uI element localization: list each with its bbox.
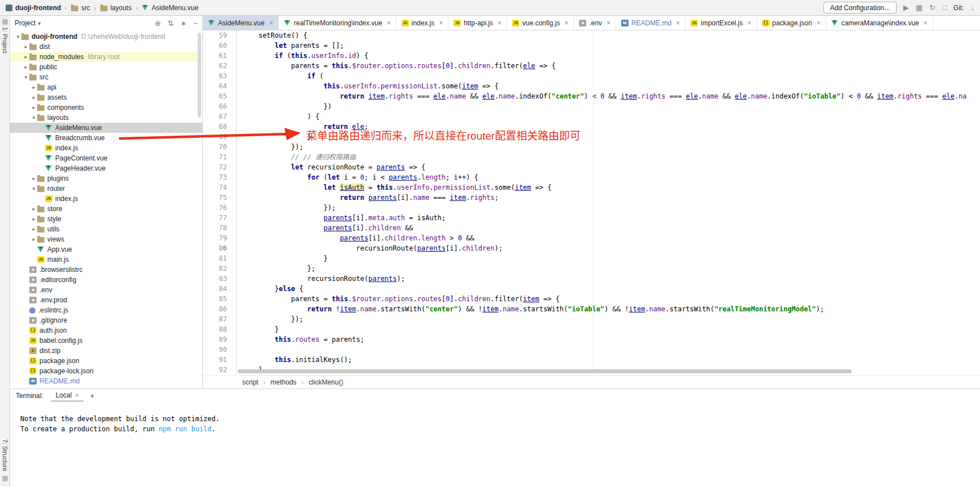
code-line[interactable]: if ( xyxy=(242,71,980,81)
titlebar-breadcrumb-item[interactable]: src xyxy=(71,4,90,12)
code-line[interactable]: for (let i = 0; i < parents.length; i++)… xyxy=(242,172,980,182)
close-icon[interactable] xyxy=(924,19,928,27)
code-line[interactable]: parents[i].children.length > 0 && xyxy=(242,233,980,243)
gutter-line-number[interactable]: 79 xyxy=(203,233,227,243)
chevron-collapsed-icon[interactable] xyxy=(30,206,37,212)
new-terminal-icon[interactable]: + xyxy=(90,391,95,400)
editor-tab[interactable]: cameraManage\index.vue xyxy=(826,16,933,30)
chevron-collapsed-icon[interactable] xyxy=(30,216,37,222)
gutter-line-number[interactable]: 63 xyxy=(203,71,227,81)
tree-item[interactable]: .editorconfig xyxy=(10,275,202,285)
gutter-line-number[interactable]: 64 xyxy=(203,81,227,91)
code-line[interactable]: let isAuth = this.userInfo.permissionLis… xyxy=(242,182,980,193)
close-icon[interactable] xyxy=(75,392,78,399)
code-line[interactable]: }else { xyxy=(242,284,980,294)
chevron-expanded-icon[interactable] xyxy=(30,115,37,120)
gutter-line-number[interactable]: 74 xyxy=(203,182,227,193)
gutter-line-number[interactable]: 72 xyxy=(203,162,227,172)
tree-item[interactable]: node_moduleslibrary root xyxy=(10,52,202,62)
recursive-call-icon[interactable] xyxy=(222,243,226,253)
chevron-collapsed-icon[interactable] xyxy=(23,64,29,70)
gutter-line-number[interactable]: 84 xyxy=(203,284,227,294)
editor-breadcrumb-item[interactable]: script xyxy=(242,378,259,386)
gutter-line-number[interactable]: 66 xyxy=(203,101,227,111)
editor-tab[interactable]: importExcel.js xyxy=(685,16,757,30)
tree-item[interactable]: duoji-frontendD:\zheheWeb\duoji-frontend xyxy=(10,32,202,42)
code-line[interactable]: }); xyxy=(242,142,980,152)
git-update-icon[interactable]: ↓ xyxy=(971,4,975,11)
terminal-tab-local[interactable]: Local xyxy=(51,390,83,402)
tree-item[interactable]: README.md xyxy=(10,376,202,386)
code-editor[interactable]: 5960616263646566676869707172737475767778… xyxy=(203,30,980,375)
tree-item[interactable]: assets xyxy=(10,92,202,102)
close-icon[interactable] xyxy=(564,19,568,27)
gutter-line-number[interactable]: 59 xyxy=(203,30,227,41)
tree-item[interactable]: plugins xyxy=(10,173,202,184)
code-line[interactable]: parents = this.$router.options.routes[0]… xyxy=(242,294,980,304)
editor-tab[interactable]: package.json xyxy=(757,16,826,30)
close-icon[interactable] xyxy=(607,19,611,27)
code-line[interactable]: return item.rights === ele.name && ele.n… xyxy=(242,91,980,101)
gutter-line-number[interactable]: 78 xyxy=(203,223,227,233)
code-line[interactable]: recursionRoute(parents[i].children); xyxy=(242,243,980,253)
chevron-collapsed-icon[interactable] xyxy=(23,54,29,60)
editor-tab[interactable]: realTimeMonitoring\index.vue xyxy=(279,16,397,30)
chevron-collapsed-icon[interactable] xyxy=(30,84,37,90)
code-line[interactable]: return parents[i].name === item.rights; xyxy=(242,193,980,203)
chevron-expanded-icon[interactable] xyxy=(30,186,37,191)
gutter-line-number[interactable]: 89 xyxy=(203,334,227,345)
tree-item[interactable]: .env xyxy=(10,285,202,295)
tree-item[interactable]: api xyxy=(10,82,202,92)
gutter-line-number[interactable]: 65 xyxy=(203,91,227,101)
gutter-line-number[interactable]: 76 xyxy=(203,203,227,213)
code-line[interactable] xyxy=(242,345,980,355)
code-line[interactable]: if (this.userInfo.id) { xyxy=(242,51,980,61)
code-line[interactable]: } xyxy=(242,253,980,263)
gutter-line-number[interactable]: 67 xyxy=(203,111,227,122)
tree-item[interactable]: babel.config.js xyxy=(10,336,202,346)
code-line[interactable]: }) xyxy=(242,101,980,111)
tree-item[interactable]: package-lock.json xyxy=(10,366,202,376)
titlebar-breadcrumb-item[interactable]: AsideMenu.vue xyxy=(141,4,198,12)
editor-tab[interactable]: index.js xyxy=(397,16,449,30)
code-line[interactable]: let parents = []; xyxy=(242,41,980,51)
gutter-line-number[interactable]: 82 xyxy=(203,263,227,274)
tree-item[interactable]: views xyxy=(10,234,202,244)
gutter-line-number[interactable]: 92 xyxy=(203,365,227,375)
code-line[interactable]: // // 递归权限路由 xyxy=(242,152,980,162)
locate-file-icon[interactable]: ⊕ xyxy=(155,19,161,28)
tree-item[interactable]: PageHeader.vue xyxy=(10,163,202,173)
editor-tab[interactable]: AsideMenu.vue xyxy=(203,16,279,30)
gutter-line-number[interactable]: 62 xyxy=(203,61,227,71)
tree-item[interactable]: utils xyxy=(10,224,202,234)
code-line[interactable]: }); xyxy=(242,314,980,324)
code-line[interactable]: let recursionRoute = parents => { xyxy=(242,162,980,172)
titlebar-breadcrumb-item[interactable]: duoji-frontend xyxy=(6,4,61,12)
gutter-line-number[interactable]: 83 xyxy=(203,274,227,284)
gutter-line-number[interactable]: 91 xyxy=(203,355,227,365)
tree-item[interactable]: store xyxy=(10,204,202,214)
terminal-output[interactable]: Note that the development build is not o… xyxy=(10,403,980,434)
tree-item[interactable]: style xyxy=(10,214,202,224)
code-line[interactable]: this.userInfo.permissionList.some(item =… xyxy=(242,81,980,91)
chevron-collapsed-icon[interactable] xyxy=(30,236,37,242)
close-icon[interactable] xyxy=(676,19,680,27)
tree-item[interactable]: .eslintrc.js xyxy=(10,305,202,315)
code-line[interactable]: recursionRoute(parents); xyxy=(242,274,980,284)
run-icon[interactable]: ▶ xyxy=(903,4,909,11)
gutter-line-number[interactable]: 68 xyxy=(203,122,227,132)
code-line[interactable]: return !item.name.startsWith("center") &… xyxy=(242,304,980,314)
gutter-line-number[interactable]: 73 xyxy=(203,172,227,182)
code-line[interactable]: parents = this.$router.options.routes[0]… xyxy=(242,61,980,71)
code-line[interactable]: }); xyxy=(242,203,980,213)
project-tool-button[interactable]: 1: Project xyxy=(2,27,8,53)
chevron-collapsed-icon[interactable] xyxy=(30,226,37,232)
tree-item[interactable]: .browserslistrc xyxy=(10,265,202,275)
gutter-line-number[interactable]: 75 xyxy=(203,193,227,203)
settings-gear-icon[interactable]: ∗ xyxy=(181,19,187,28)
tree-item[interactable]: public xyxy=(10,62,202,72)
structure-tool-button[interactable]: 7: Structure xyxy=(2,439,8,471)
gutter-line-number[interactable]: 77 xyxy=(203,213,227,223)
gutter-line-number[interactable]: 80 xyxy=(203,243,227,253)
tree-item[interactable]: AsideMenu.vue xyxy=(10,123,202,133)
